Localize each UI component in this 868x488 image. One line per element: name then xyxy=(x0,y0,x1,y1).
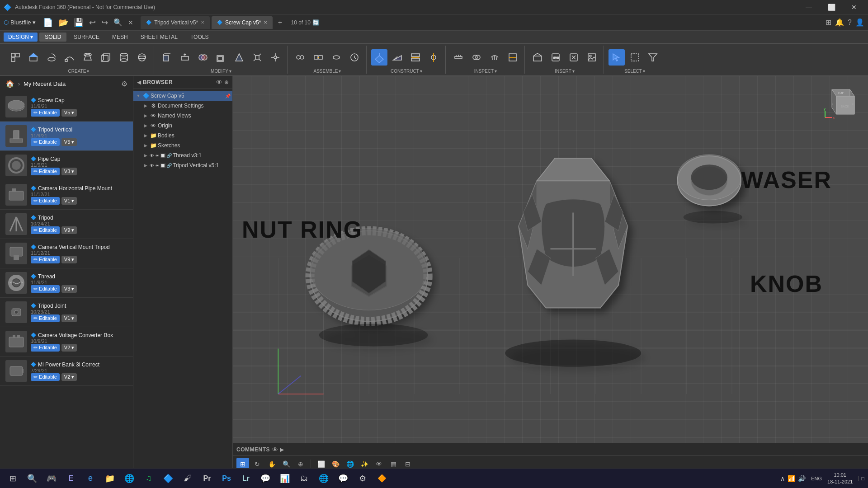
toolbar-tab-mesh[interactable]: MESH xyxy=(107,33,133,42)
version-pipe-cap[interactable]: V3 ▾ xyxy=(61,168,77,175)
version-tripod-joint[interactable]: V1 ▾ xyxy=(61,314,77,322)
tree-arrow-sketches[interactable]: ▶ xyxy=(142,143,149,148)
editable-btn-camera-v[interactable]: ✏ Editable xyxy=(31,256,60,263)
inspect-interference-icon[interactable] xyxy=(468,49,485,66)
sidebar-item-mi-power[interactable]: 🔷 Mi Power Bank 3i Correct 7/29/21 ✏ Edi… xyxy=(0,357,133,386)
inspect-curvature-icon[interactable] xyxy=(486,49,503,66)
version-screw-cap[interactable]: V5 ▾ xyxy=(61,109,77,117)
editable-btn-tripod2[interactable]: ✏ Editable xyxy=(31,226,60,234)
sidebar-item-tripod-joint[interactable]: 🔷 Tripod Joint 10/23/21 ✏ Editable V1 ▾ xyxy=(0,298,133,327)
create-cylinder-icon[interactable] xyxy=(116,49,132,66)
orientation-cube[interactable]: TOP L R BACK x y xyxy=(823,85,859,121)
comments-expand-icon[interactable]: ▶ xyxy=(280,446,284,453)
assemble-contact-icon[interactable] xyxy=(328,49,344,66)
insert-dxf-icon[interactable] xyxy=(566,49,582,66)
home-button[interactable]: 🏠 xyxy=(5,80,14,88)
win-hide-tray[interactable]: ∧ xyxy=(780,475,785,482)
minimize-button[interactable]: — xyxy=(798,0,819,14)
version-tripod2[interactable]: V9 ▾ xyxy=(61,226,77,234)
tree-arrow-bodies[interactable]: ▶ xyxy=(142,133,149,138)
modify-shell-icon[interactable] xyxy=(213,49,229,66)
win-settings-btn[interactable]: ⚙ xyxy=(354,469,372,488)
version-tripod[interactable]: V5 ▾ xyxy=(61,138,77,146)
tree-arrow-root[interactable]: ▼ xyxy=(135,94,142,98)
help-icon[interactable]: ? xyxy=(848,19,852,27)
select-group-label[interactable]: SELECT▾ xyxy=(624,69,645,74)
new-button[interactable]: 📄 xyxy=(41,18,55,28)
tree-arrow-thread[interactable]: ▶ xyxy=(142,153,149,158)
tab-add-button[interactable]: + xyxy=(274,17,285,28)
modify-scale-icon[interactable] xyxy=(249,49,265,66)
assemble-joint-icon[interactable] xyxy=(292,49,308,66)
tree-link-thread[interactable]: 🔗 xyxy=(166,153,172,158)
editable-btn-thread[interactable]: ✏ Editable xyxy=(31,285,60,293)
sidebar-item-tripod-vertical[interactable]: 🔷 Tripod Vertical 11/9/21 ✏ Editable V5 … xyxy=(0,122,133,151)
tab-screw-cap[interactable]: 🔷 Screw Cap v5* ✕ xyxy=(212,16,273,29)
win-krita-btn[interactable]: 🖌 xyxy=(179,469,197,488)
tree-link-tripod[interactable]: 🔗 xyxy=(166,163,172,168)
assemble-group-label[interactable]: ASSEMBLE▾ xyxy=(314,69,341,74)
browser-eye-icon[interactable]: 👁 xyxy=(216,79,222,86)
select-window-icon[interactable] xyxy=(627,49,643,66)
create-revolve-icon[interactable] xyxy=(43,49,60,66)
modify-draft-icon[interactable] xyxy=(231,49,247,66)
win-search-btn[interactable]: 🔍 xyxy=(23,469,41,488)
refresh-icon[interactable]: 🔄 xyxy=(312,19,319,26)
editable-btn-mi-power[interactable]: ✏ Editable xyxy=(31,373,60,381)
sidebar-item-camera-voltage[interactable]: 🔷 Camera Voltage Converter Box 10/9/21 ✏… xyxy=(0,327,133,357)
tree-light-tripod[interactable]: ☀ xyxy=(155,163,159,168)
notifications-icon[interactable]: 🔔 xyxy=(835,18,844,27)
sidebar-item-camera-horizontal[interactable]: 🔷 Camera Horizontal Pipe Mount 11/12/21 … xyxy=(0,180,133,210)
select-icon[interactable] xyxy=(609,49,625,66)
toolbar-tab-solid[interactable]: SOLID xyxy=(39,33,66,42)
tree-named-views[interactable]: ▶ 👁 Named Views xyxy=(133,111,232,121)
design-dropdown[interactable]: DESIGN ▾ xyxy=(4,33,38,42)
create-sweep-icon[interactable] xyxy=(61,49,78,66)
tree-root[interactable]: ▼ 🔷 Screw Cap v5 📌 xyxy=(133,91,232,101)
win-spotify-btn[interactable]: ♫ xyxy=(140,469,158,488)
editable-btn-tripod-joint[interactable]: ✏ Editable xyxy=(31,314,60,322)
win-discord-btn[interactable]: 💬 xyxy=(334,469,352,488)
sidebar-item-camera-vertical[interactable]: 🔷 Camera Vertical Mount Tripod 11/12/21 … xyxy=(0,239,133,268)
win-clock[interactable]: 10:01 18-11-2021 xyxy=(827,472,853,485)
editable-btn-camera-voltage[interactable]: ✏ Editable xyxy=(31,344,60,352)
sidebar-item-tripod[interactable]: 🔷 Tripod 10/24/21 ✏ Editable V9 ▾ xyxy=(0,210,133,239)
save-button[interactable]: 💾 xyxy=(72,18,85,28)
win-premiere-btn[interactable]: Pr xyxy=(198,469,216,488)
viewport[interactable]: NUT RING WASER KNOB TOP L R BACK xyxy=(233,76,868,472)
tree-origin[interactable]: ▶ 👁 Origin xyxy=(133,121,232,131)
app-logo[interactable]: ⬡ Blustfile ▾ xyxy=(4,19,36,26)
create-new-component-icon[interactable] xyxy=(7,49,24,66)
construct-plane-angle-icon[interactable] xyxy=(389,49,406,66)
win-speaker-icon[interactable]: 🔊 xyxy=(798,475,806,482)
construct-midplane-icon[interactable] xyxy=(407,49,424,66)
tree-bodies[interactable]: ▶ 📁 Bodies xyxy=(133,131,232,141)
tree-arrow-origin[interactable]: ▶ xyxy=(142,123,149,128)
grid-view-icon[interactable]: ⊞ xyxy=(826,18,831,27)
create-group-label[interactable]: CREATE▾ xyxy=(68,69,90,74)
create-extrude-icon[interactable] xyxy=(25,49,42,66)
tree-sketches[interactable]: ▶ 📁 Sketches xyxy=(133,141,232,150)
tree-light-thread[interactable]: ☀ xyxy=(155,153,159,158)
construct-group-label[interactable]: CONSTRUCT▾ xyxy=(391,69,422,74)
win-browser2-btn[interactable]: 🌐 xyxy=(315,469,333,488)
tree-vis-thread[interactable]: 👁 xyxy=(150,153,154,158)
version-camera-h[interactable]: V1 ▾ xyxy=(61,197,77,205)
win-steam-btn[interactable]: 🎮 xyxy=(42,469,61,488)
editable-btn-pipe-cap[interactable]: ✏ Editable xyxy=(31,168,60,175)
modify-press-pull-icon[interactable] xyxy=(177,49,193,66)
modify-move-icon[interactable] xyxy=(267,49,283,66)
redo-button[interactable]: ↪ xyxy=(99,18,110,28)
insert-decal-icon[interactable] xyxy=(584,49,600,66)
tree-lock-thread[interactable]: 🔲 xyxy=(160,153,165,158)
win-epic-btn[interactable]: E xyxy=(62,469,80,488)
assemble-motion-icon[interactable] xyxy=(346,49,363,66)
win-start-btn[interactable]: ⊞ xyxy=(4,469,22,488)
create-box-icon[interactable] xyxy=(98,49,114,66)
tree-lock-tripod[interactable]: 🔲 xyxy=(160,163,165,168)
inspect-group-label[interactable]: INSPECT▾ xyxy=(474,69,497,74)
win-network-icon[interactable]: 📶 xyxy=(788,475,795,482)
modify-combine-icon[interactable] xyxy=(195,49,211,66)
construct-axis-icon[interactable] xyxy=(425,49,442,66)
select-filter-icon[interactable] xyxy=(645,49,661,66)
